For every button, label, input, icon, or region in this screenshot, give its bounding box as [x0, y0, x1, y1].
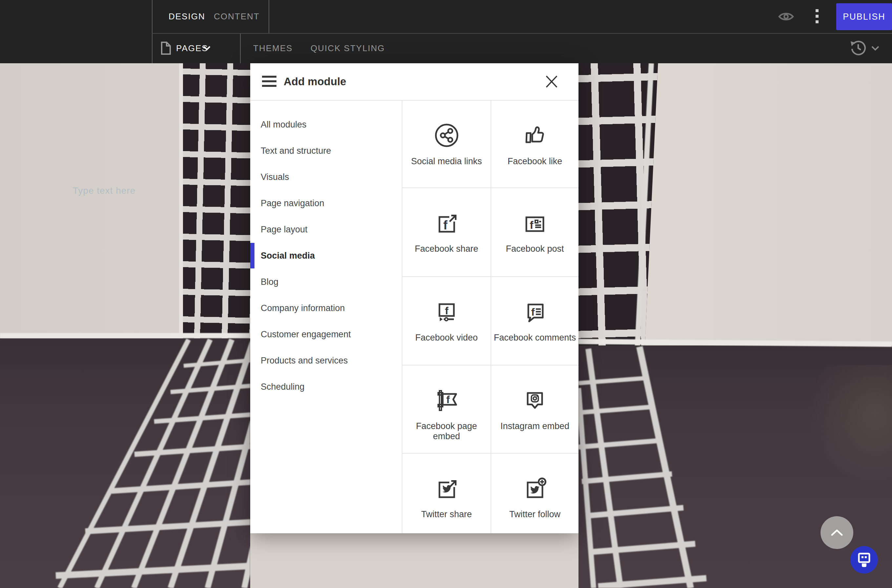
menu-icon[interactable]	[262, 74, 277, 89]
chat-assistant-button[interactable]	[850, 546, 878, 574]
category-visuals[interactable]: Visuals	[250, 164, 402, 190]
close-icon[interactable]	[544, 74, 559, 90]
history-chevron-down-icon[interactable]	[871, 46, 880, 51]
category-blog[interactable]: Blog	[250, 269, 402, 295]
tab-design[interactable]: DESIGN	[168, 0, 205, 33]
category-scheduling[interactable]: Scheduling	[250, 374, 402, 400]
site-editor: Type text here	[0, 0, 892, 588]
page-icon	[161, 41, 171, 55]
instagram-bubble-icon	[519, 384, 551, 416]
thumbs-up-icon	[519, 120, 551, 151]
publish-button[interactable]: PUBLISH	[836, 3, 892, 30]
facebook-post-icon: f	[519, 207, 551, 238]
wall-floor-grout-left	[0, 333, 250, 338]
svg-text:f: f	[443, 218, 447, 232]
category-all-modules[interactable]: All modules	[250, 111, 402, 138]
editor-toolbar: DESIGN CONTENT PUBLISH	[0, 0, 892, 63]
module-twitter-follow[interactable]: Twitter follow	[491, 454, 578, 533]
category-page-navigation[interactable]: Page navigation	[250, 190, 402, 216]
module-instagram-embed[interactable]: Instagram embed	[491, 366, 578, 454]
wall-tiles-left	[180, 63, 250, 338]
scroll-to-top-button[interactable]	[820, 516, 853, 549]
module-facebook-post[interactable]: f Facebook post	[491, 188, 578, 277]
active-category-indicator	[250, 243, 254, 268]
module-grid: Social media links Facebook like	[402, 100, 578, 533]
module-facebook-video[interactable]: f Facebook video	[402, 277, 491, 366]
facebook-share-icon: f	[431, 207, 463, 238]
dialog-title: Add module	[284, 63, 346, 100]
module-facebook-like[interactable]: Facebook like	[491, 100, 578, 188]
category-products-and-services[interactable]: Products and services	[250, 347, 402, 374]
tab-content[interactable]: CONTENT	[214, 0, 260, 33]
module-social-media-links[interactable]: Social media links	[402, 100, 491, 188]
svg-text:f: f	[445, 305, 448, 316]
preview-eye-icon[interactable]	[778, 11, 794, 22]
category-page-layout[interactable]: Page layout	[250, 216, 402, 243]
category-social-media[interactable]: Social media	[250, 243, 402, 269]
themes-menu[interactable]: THEMES	[253, 33, 293, 63]
facebook-flag-icon: f	[431, 384, 463, 416]
quick-styling-menu[interactable]: QUICK STYLING	[311, 33, 385, 63]
history-undo-icon[interactable]	[849, 39, 867, 57]
floor-grout-left	[0, 339, 250, 588]
canvas-text-placeholder[interactable]: Type text here	[73, 186, 135, 196]
svg-text:f: f	[530, 219, 533, 231]
robot-icon	[856, 552, 872, 568]
module-twitter-share[interactable]: Twitter share	[402, 454, 491, 533]
dialog-header: Add module	[250, 63, 578, 100]
facebook-video-icon: f	[431, 296, 463, 327]
floor-grout-right	[578, 342, 892, 588]
category-customer-engagement[interactable]: Customer engagement	[250, 321, 402, 347]
share-nodes-circle-icon	[431, 120, 463, 151]
svg-text:f: f	[446, 394, 450, 405]
more-options-kebab-icon[interactable]	[814, 9, 820, 25]
pages-chevron-down-icon[interactable]	[203, 46, 210, 51]
wall-tiles-left-edge	[179, 63, 183, 338]
module-facebook-share[interactable]: f Facebook share	[402, 188, 491, 277]
category-sidebar: All modules Text and structure Visuals P…	[250, 111, 402, 400]
category-company-information[interactable]: Company information	[250, 295, 402, 321]
svg-text:f: f	[531, 306, 535, 318]
twitter-follow-icon	[519, 472, 551, 504]
module-facebook-page-embed[interactable]: f Facebook page embed	[402, 366, 491, 454]
twitter-share-icon	[431, 472, 463, 504]
add-module-dialog: Add module All modules Text and structur…	[250, 63, 578, 533]
module-facebook-comments[interactable]: f Facebook comments	[491, 277, 578, 366]
chevron-up-icon	[831, 530, 843, 536]
facebook-comments-icon: f	[519, 296, 551, 327]
category-text-and-structure[interactable]: Text and structure	[250, 138, 402, 164]
